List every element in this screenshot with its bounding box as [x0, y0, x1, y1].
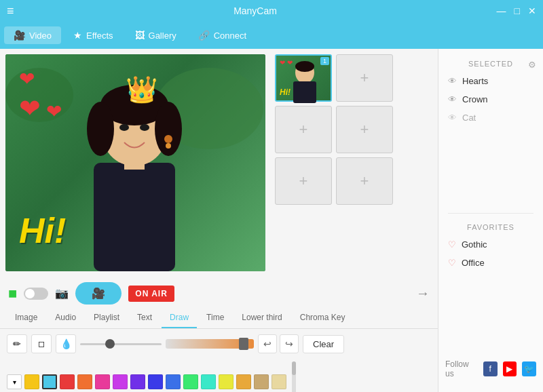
minimize-button[interactable]: —	[497, 5, 506, 16]
favorites-item-office[interactable]: ♡ Office	[438, 254, 543, 272]
tab-text[interactable]: Text	[129, 307, 160, 328]
preview-thumb-1: 1 ❤ ❤ Hi!	[276, 56, 331, 100]
preview-cell-5[interactable]: +	[275, 157, 332, 205]
add-source-icon-3: +	[360, 121, 369, 138]
youtube-icon[interactable]: ▶	[503, 361, 517, 376]
twitter-icon[interactable]: 🐦	[522, 361, 536, 376]
tab-audio[interactable]: Audio	[47, 307, 84, 328]
selected-title: SELECTED	[438, 56, 543, 72]
undo-button[interactable]: ↩	[258, 334, 277, 353]
tabs-row: Image Audio Playlist Text Draw Time Lowe…	[0, 307, 438, 329]
palette-scrollbar[interactable]	[292, 361, 296, 392]
preview-cell-4[interactable]: +	[336, 106, 393, 153]
heart-icon-2: ❤	[19, 94, 41, 123]
tab-playlist[interactable]: Playlist	[86, 307, 128, 328]
selected-item-crown-label: Crown	[462, 94, 488, 104]
undo-icon: ↩	[263, 338, 272, 349]
tab-chroma-key[interactable]: Chroma Key	[292, 307, 354, 328]
nav-gallery-label: Gallery	[149, 31, 176, 41]
facebook-icon[interactable]: f	[483, 361, 498, 376]
visibility-icon-hearts: 👁	[448, 76, 457, 86]
preview-cell-3[interactable]: +	[275, 106, 332, 153]
arrow-right-icon[interactable]: →	[416, 286, 430, 301]
gallery-nav-icon: 🖼	[135, 30, 145, 41]
navbar: 🎥 Video ★ Effects 🖼 Gallery 🔗 Connect	[0, 22, 543, 49]
svg-point-13	[295, 61, 314, 72]
selected-item-hearts[interactable]: 👁 Hearts	[438, 72, 543, 90]
opacity-slider-wrap[interactable]	[166, 339, 254, 349]
crown-icon: 👑	[126, 75, 157, 104]
right-sidebar: SELECTED ⚙ 👁 Hearts 👁 Crown 👁 Cat FAVORI…	[438, 49, 543, 392]
pencil-icon: ✏	[13, 338, 21, 349]
color-dropdown[interactable]: ▾	[7, 374, 22, 389]
maximize-button[interactable]: □	[514, 5, 520, 16]
opacity-track	[166, 339, 254, 349]
color-red[interactable]	[60, 374, 75, 389]
selected-item-crown[interactable]: 👁 Crown	[438, 90, 543, 109]
color-yellow[interactable]	[24, 374, 39, 389]
color-hot-pink[interactable]	[95, 374, 110, 389]
heart-icon-1: ❤	[19, 68, 62, 90]
draw-toolbar: ✏ ◻ 💧 ↩ ↪	[0, 329, 438, 359]
color-amber[interactable]	[236, 374, 251, 389]
nav-video-label: Video	[29, 31, 52, 41]
nav-connect[interactable]: 🔗 Connect	[189, 26, 256, 44]
visibility-icon-crown: 👁	[448, 94, 457, 104]
nav-video[interactable]: 🎥 Video	[4, 26, 61, 44]
pencil-tool-button[interactable]: ✏	[7, 334, 27, 353]
selected-item-cat[interactable]: 👁 Cat	[438, 109, 543, 127]
sidebar-spacer	[438, 127, 543, 208]
sidebar-spacer-2	[438, 272, 543, 353]
tab-image[interactable]: Image	[7, 307, 45, 328]
tab-lower-third[interactable]: Lower third	[233, 307, 290, 328]
snapshot-icon[interactable]: 📷	[55, 287, 69, 300]
record-button[interactable]: 🎥	[75, 282, 121, 305]
effects-nav-icon: ★	[73, 30, 82, 41]
favorites-item-gothic[interactable]: ♡ Gothic	[438, 235, 543, 254]
heart-fav-office: ♡	[448, 258, 456, 268]
color-violet[interactable]	[130, 374, 145, 389]
menu-icon[interactable]: ≡	[7, 4, 14, 18]
close-button[interactable]: ✕	[528, 5, 536, 16]
redo-button[interactable]: ↪	[280, 334, 299, 353]
size-slider-wrap	[80, 343, 162, 345]
preview-cell-6[interactable]: +	[336, 157, 393, 205]
color-cyan[interactable]	[42, 374, 57, 389]
nav-gallery[interactable]: 🖼 Gallery	[126, 26, 186, 44]
clear-button[interactable]: Clear	[303, 335, 344, 353]
tab-draw[interactable]: Draw	[162, 307, 197, 328]
color-cornflower[interactable]	[166, 374, 181, 389]
selected-section-header: SELECTED ⚙	[438, 56, 543, 72]
controls-row: ■ 📷 🎥 ON AIR →	[0, 279, 438, 307]
heart-icon-3: ❤	[46, 100, 62, 123]
follow-us-label: Follow us	[445, 359, 478, 378]
color-green[interactable]	[183, 374, 198, 389]
fill-icon: 💧	[60, 338, 72, 349]
tab-time[interactable]: Time	[198, 307, 232, 328]
selected-item-hearts-label: Hearts	[462, 76, 488, 86]
preview-cell-2[interactable]: +	[336, 54, 393, 102]
video-row: ❤ ❤ ❤ 👑 Hi!	[0, 49, 438, 279]
eraser-tool-button[interactable]: ◻	[31, 334, 52, 353]
add-source-icon-5: +	[360, 172, 369, 190]
color-purple[interactable]	[113, 374, 128, 389]
color-wheat[interactable]	[272, 374, 286, 389]
color-tan[interactable]	[254, 374, 269, 389]
preview-cell-1[interactable]: 1 ❤ ❤ Hi!	[275, 54, 332, 102]
opacity-thumb[interactable]	[239, 338, 248, 350]
color-blue[interactable]	[148, 374, 163, 389]
nav-effects[interactable]: ★ Effects	[64, 26, 123, 44]
toggle-switch[interactable]	[24, 288, 48, 300]
favorites-title: FAVORITES	[438, 219, 543, 235]
undo-redo-group: ↩ ↪	[258, 334, 299, 353]
hearts-overlay: ❤ ❤ ❤	[19, 68, 62, 123]
video-nav-icon: 🎥	[14, 30, 25, 41]
color-teal[interactable]	[201, 374, 216, 389]
color-lime[interactable]	[219, 374, 233, 389]
color-orange[interactable]	[77, 374, 92, 389]
add-source-icon-2: +	[299, 121, 308, 138]
settings-icon[interactable]: ⚙	[528, 60, 536, 70]
nav-connect-label: Connect	[214, 31, 246, 41]
fill-tool-button[interactable]: 💧	[56, 334, 76, 353]
size-slider[interactable]	[80, 343, 162, 345]
